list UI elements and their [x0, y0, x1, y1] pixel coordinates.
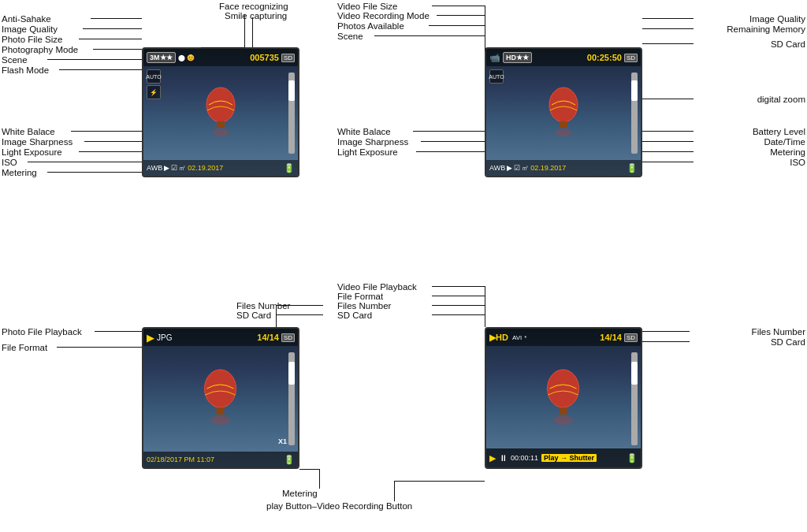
auto-icon: AUTO — [147, 69, 161, 84]
video-awb-icons: AWB ▶ ☑ ㎡ 02.19.2017 — [489, 163, 566, 173]
svg-point-4 — [213, 128, 229, 136]
label-sd-card-top: SD Card — [337, 311, 372, 320]
svg-point-13 — [554, 415, 573, 425]
line-sd-r — [642, 43, 694, 44]
label-sd-card-mid: SD Card — [236, 311, 271, 320]
label-smile-capturing: Smile capturing — [225, 11, 287, 20]
label-metering-left: Metering — [2, 168, 37, 177]
photo-count: 005735 — [250, 53, 279, 62]
video-pb-controls: ▶ ⏸ 00:00:11 Play → Shutter 🔋 — [486, 448, 641, 467]
video-left-icons: AUTO — [489, 69, 504, 84]
video-pb-asterisk: * — [524, 334, 526, 341]
photo-pb-battery: 🔋 — [284, 455, 295, 465]
photo-zoom-thumb — [288, 80, 295, 101]
line-sd-rb — [642, 341, 690, 342]
video-pb-time: 00:00:11 — [511, 454, 538, 462]
video-balloon — [544, 85, 583, 140]
line-meter-b-h — [299, 469, 319, 470]
line-photo-mode — [93, 49, 142, 50]
video-playback-screen: ▶HD AVI * 14/14 SD ▶ ⏸ 00:00:11 Play → S… — [485, 327, 642, 469]
svg-rect-12 — [560, 407, 567, 415]
label-sd-card-right2: SD Card — [771, 337, 805, 347]
video-pb-battery: 🔋 — [627, 453, 638, 463]
video-pb-play-btn: ▶ — [489, 453, 496, 463]
line-image-quality-l — [83, 28, 142, 29]
photo-pb-zoom-thumb — [288, 362, 295, 385]
photo-bottom-bar: AWB ▶ ☑ ㎡ 02.19.2017 🔋 — [143, 160, 298, 176]
photo-pb-zoom-bar — [288, 352, 295, 445]
label-white-balance-left: White Balace — [2, 127, 55, 136]
label-files-number-mid: Files Number — [236, 301, 290, 311]
label-light-exposure-mid: Light Exposure — [337, 147, 398, 157]
photo-pb-sd: SD — [281, 333, 295, 342]
video-zoom-thumb — [631, 80, 638, 101]
line-exp-mid — [416, 151, 485, 152]
line-anti-shake — [91, 18, 142, 19]
photo-play-icon: ▶ — [147, 332, 154, 344]
line-sct — [432, 314, 485, 315]
line-sharp-l — [84, 141, 142, 142]
label-image-quality-right: Image Quality — [749, 14, 805, 24]
svg-rect-6 — [560, 121, 567, 128]
photo-playback-top: ▶ JPG 14/14 SD — [143, 329, 298, 346]
label-file-format-left: File Format — [2, 343, 47, 352]
photo-left-icons: AUTO ⚡ — [147, 69, 161, 99]
label-video-file-playback: Video File Playback — [337, 282, 417, 292]
line-smile — [252, 17, 253, 47]
label-face-recognizing: Face recognizing — [219, 2, 288, 11]
photo-sd-top: SD — [281, 54, 295, 62]
label-battery-level: Battery Level — [753, 127, 805, 136]
line-vrm — [437, 15, 485, 16]
video-camera-icon: 📹 — [489, 53, 500, 63]
video-top-bar: 📹 HD★★ 00:25:50 SD — [486, 49, 641, 66]
svg-rect-1 — [217, 121, 225, 128]
photo-icon1: ▶ — [164, 164, 169, 172]
photo-zoom-bar — [288, 73, 295, 154]
label-photography-mode: Photography Mode — [2, 45, 78, 54]
video-play-left: ▶HD AVI * — [489, 333, 526, 343]
photo-format: JPG — [157, 333, 172, 342]
svg-rect-9 — [217, 407, 225, 415]
line-ff-top — [432, 296, 485, 296]
photo-play-left: ▶ JPG — [147, 332, 172, 344]
label-flash-mode: Flash Mode — [2, 65, 49, 75]
photo-top-left: 3M★★ ⬤ 😊 — [147, 52, 195, 63]
line-scene-l — [47, 59, 142, 60]
line-pfp — [95, 331, 142, 332]
svg-point-0 — [206, 87, 235, 122]
line-meter-l — [47, 172, 142, 173]
line-pa — [429, 25, 485, 26]
label-sd-card-right: SD Card — [771, 39, 805, 49]
line-vpb-v — [485, 286, 485, 327]
video-battery: 🔋 — [627, 163, 638, 173]
line-face-h — [201, 47, 244, 48]
line-meter-r — [642, 151, 694, 152]
line-photo-file-size — [79, 39, 142, 39]
label-light-exposure-left: Light Exposure — [2, 147, 62, 157]
line-wb-l — [71, 131, 142, 132]
line-vfs — [432, 6, 485, 6]
line-vfp — [432, 286, 485, 287]
label-metering-right: Metering — [770, 147, 805, 157]
photo-balloon — [201, 85, 240, 140]
line-dz — [642, 99, 694, 99]
svg-point-10 — [211, 415, 230, 425]
label-file-format-top: File Format — [337, 292, 383, 301]
video-top-left: 📹 HD★★ — [489, 52, 532, 63]
video-pb-zoom-bar — [631, 352, 638, 445]
photo-pb-date: 02/18/2017 PM 11:07 — [147, 456, 214, 463]
photo-icon3: ㎡ — [179, 163, 186, 173]
line-scene-top — [374, 35, 485, 36]
line-pa-v — [485, 25, 485, 51]
line-meter-b-v — [319, 469, 320, 489]
label-photo-file-playback: Photo File Playback — [2, 327, 82, 337]
label-date-time: Date/Time — [764, 137, 805, 147]
label-metering-bottom: Metering — [282, 489, 318, 498]
video-zoom-bar — [631, 73, 638, 154]
line-sharp-mid — [421, 141, 485, 142]
video-pb-format: AVI — [512, 334, 522, 341]
video-sd-top: SD — [624, 54, 638, 62]
video-time: 00:25:50 — [587, 53, 622, 62]
line-iso-l — [28, 162, 142, 162]
awb-label: AWB — [147, 164, 162, 172]
